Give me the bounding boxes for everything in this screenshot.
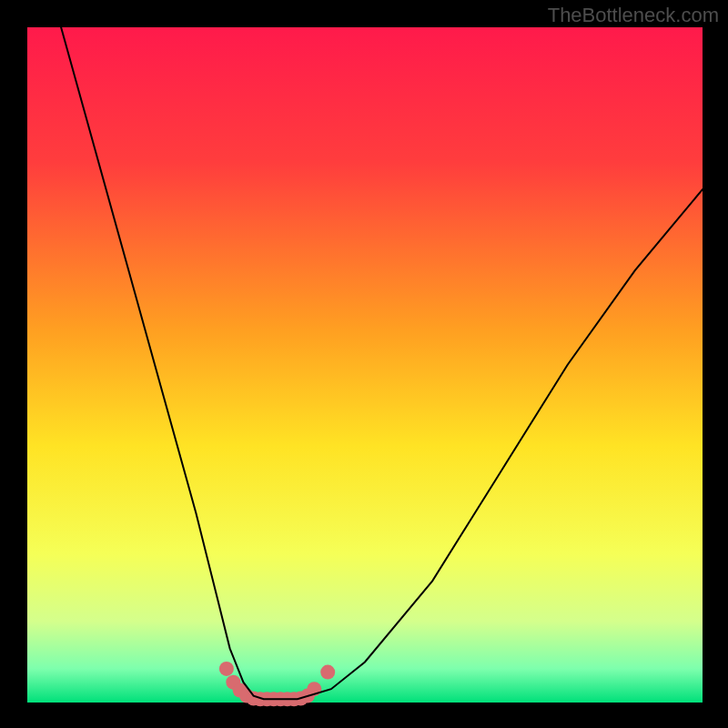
valley-marker <box>219 662 234 676</box>
bottleneck-chart <box>0 0 728 728</box>
valley-marker <box>320 665 335 680</box>
plot-background <box>27 27 703 703</box>
chart-container: TheBottleneck.com <box>0 0 728 728</box>
watermark-text: TheBottleneck.com <box>548 4 719 27</box>
